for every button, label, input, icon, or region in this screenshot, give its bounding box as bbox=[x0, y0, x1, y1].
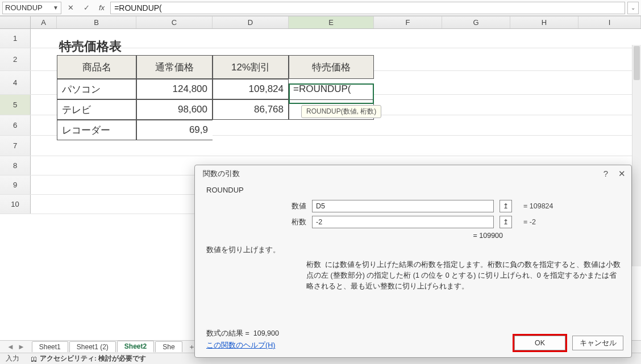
help-icon[interactable]: ? bbox=[603, 169, 608, 179]
arg-result: = 109824 bbox=[523, 202, 553, 210]
cancel-formula-button[interactable]: ✕ bbox=[64, 2, 77, 14]
formula-result: 数式の結果 = 109,900 bbox=[206, 329, 279, 338]
col-header[interactable]: D bbox=[213, 16, 289, 28]
cancel-button[interactable]: キャンセル bbox=[572, 336, 623, 350]
cell-disc[interactable]: 86,768 bbox=[213, 99, 289, 120]
arg-input-digits[interactable]: -2 bbox=[312, 216, 494, 228]
ok-button-highlight bbox=[513, 334, 567, 352]
col-header-active[interactable]: E bbox=[289, 16, 374, 28]
vertical-scrollbar[interactable] bbox=[632, 45, 641, 266]
cell-disc[interactable]: 109,824 bbox=[213, 79, 289, 99]
col-header[interactable]: F bbox=[374, 16, 442, 28]
row-header[interactable]: 6 bbox=[0, 115, 31, 135]
close-icon[interactable]: ✕ bbox=[618, 169, 626, 179]
row-header[interactable]: 10 bbox=[0, 195, 31, 214]
th-price[interactable]: 通常価格 bbox=[136, 55, 213, 79]
function-arguments-dialog: 関数の引数 ? ✕ ROUNDUP 数値 D5 ↥ = 109824 桁数 -2… bbox=[194, 165, 632, 358]
accessibility-icon: 🕮 bbox=[31, 355, 38, 362]
argument-description: 桁数 には数値を切り上げた結果の桁数を指定します。桁数に負の数を指定すると、数値… bbox=[306, 260, 622, 291]
col-header[interactable]: G bbox=[442, 16, 510, 28]
chevron-down-icon: ▼ bbox=[53, 5, 59, 11]
table-row: レコーダー 69,9 bbox=[57, 120, 374, 140]
function-tooltip: ROUNDUP(数値, 桁数) bbox=[301, 105, 381, 118]
arg-input-number[interactable]: D5 bbox=[312, 200, 494, 212]
function-help-link[interactable]: この関数のヘルプ(H) bbox=[206, 341, 275, 349]
collapse-dialog-icon[interactable]: ↥ bbox=[500, 200, 512, 212]
cell-price[interactable]: 98,600 bbox=[136, 99, 213, 120]
col-header[interactable]: C bbox=[136, 16, 213, 28]
dialog-footer: 数式の結果 = 109,900 この関数のヘルプ(H) OK キャンセル bbox=[195, 315, 631, 357]
select-all-corner[interactable] bbox=[0, 16, 31, 28]
table-row: パソコン 124,800 109,824 =ROUNDUP( bbox=[57, 79, 374, 99]
formula-input[interactable]: =ROUNDUP( bbox=[110, 2, 625, 14]
cell-name[interactable]: テレビ bbox=[57, 99, 136, 120]
arg-label: 桁数 bbox=[278, 217, 306, 227]
tab-nav-prev-icon[interactable]: ◄ bbox=[7, 342, 14, 351]
table-header-row: 商品名 通常価格 12%割引 特売価格 bbox=[57, 55, 374, 79]
calc-result: = 109900 bbox=[204, 232, 622, 240]
formula-bar: ROUNDUP ▼ ✕ ✓ fx =ROUNDUP( ⌄ bbox=[0, 0, 641, 16]
row-header[interactable]: 1 bbox=[0, 29, 31, 48]
sheet-tab[interactable]: She bbox=[155, 341, 182, 352]
row-header[interactable]: 7 bbox=[0, 136, 31, 156]
tab-nav-next-icon[interactable]: ► bbox=[18, 342, 25, 351]
row-header[interactable]: 2 bbox=[0, 48, 31, 70]
price-table: 商品名 通常価格 12%割引 特売価格 パソコン 124,800 109,824… bbox=[57, 55, 374, 140]
arg-label: 数値 bbox=[278, 202, 306, 211]
expand-formula-bar-button[interactable]: ⌄ bbox=[627, 2, 639, 14]
row-header-active[interactable]: 5 bbox=[0, 95, 31, 115]
accept-formula-button[interactable]: ✓ bbox=[80, 2, 93, 14]
name-box[interactable]: ROUNDUP ▼ bbox=[2, 2, 61, 14]
sheet-tab-active[interactable]: Sheet2 bbox=[117, 341, 154, 353]
scrollbar-thumb[interactable] bbox=[634, 46, 640, 80]
row-header[interactable]: 4 bbox=[0, 71, 31, 94]
name-box-value: ROUNDUP bbox=[5, 3, 43, 12]
ok-button[interactable]: OK bbox=[514, 336, 565, 350]
cell-sale-editing[interactable]: =ROUNDUP( bbox=[293, 83, 351, 95]
col-header[interactable]: B bbox=[57, 16, 136, 28]
formula-text: =ROUNDUP( bbox=[114, 3, 162, 12]
function-name: ROUNDUP bbox=[206, 186, 622, 194]
cell-price-clipped[interactable]: 69,9 bbox=[136, 120, 213, 140]
dialog-titlebar[interactable]: 関数の引数 ? ✕ bbox=[195, 165, 631, 181]
col-header[interactable]: I bbox=[578, 16, 641, 28]
arg-row-number: 数値 D5 ↥ = 109824 bbox=[204, 200, 622, 212]
dialog-title: 関数の引数 bbox=[203, 169, 240, 179]
th-name[interactable]: 商品名 bbox=[57, 55, 136, 79]
dialog-body: ROUNDUP 数値 D5 ↥ = 109824 桁数 -2 ↥ = -2 = … bbox=[195, 181, 631, 299]
col-header[interactable]: A bbox=[31, 16, 57, 28]
arg-result: = -2 bbox=[523, 218, 536, 226]
cell-name[interactable]: パソコン bbox=[57, 79, 136, 99]
function-description: 数値を切り上げます。 bbox=[206, 245, 622, 255]
col-header[interactable]: H bbox=[510, 16, 578, 28]
arg-row-digits: 桁数 -2 ↥ = -2 bbox=[204, 216, 622, 228]
sheet-tab[interactable]: Sheet1 (2) bbox=[69, 341, 116, 352]
th-sale[interactable]: 特売価格 bbox=[289, 55, 374, 79]
collapse-dialog-icon[interactable]: ↥ bbox=[500, 216, 512, 228]
row-header[interactable]: 9 bbox=[0, 175, 31, 194]
status-mode: 入力 bbox=[6, 354, 19, 363]
row-header[interactable]: 8 bbox=[0, 156, 31, 175]
sheet-title: 特売価格表 bbox=[59, 38, 122, 55]
cell-price[interactable]: 124,800 bbox=[136, 79, 213, 99]
fx-icon[interactable]: fx bbox=[95, 3, 108, 12]
cell-name[interactable]: レコーダー bbox=[57, 120, 136, 140]
status-accessibility: アクセシビリティ: 検討が必要です bbox=[40, 354, 146, 363]
column-headers: A B C D E F G H I bbox=[0, 16, 641, 29]
sheet-tab[interactable]: Sheet1 bbox=[32, 341, 68, 352]
th-discount[interactable]: 12%割引 bbox=[213, 55, 289, 79]
